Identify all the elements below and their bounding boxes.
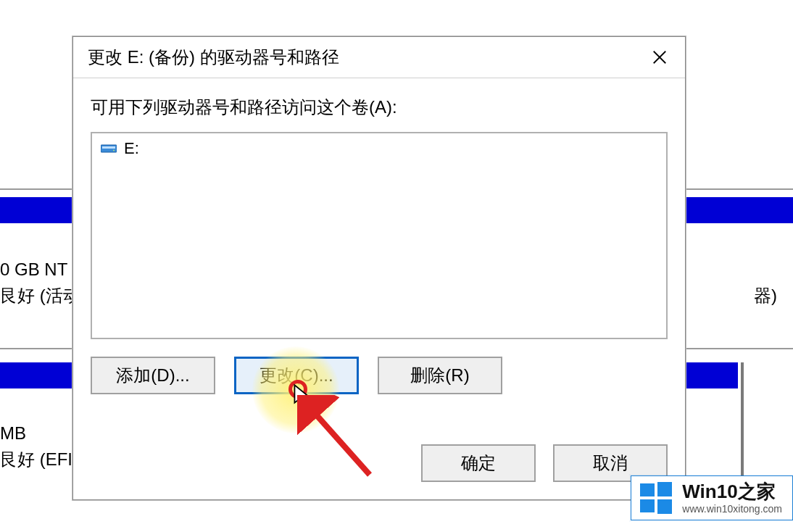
bg-blue-band-2-left [0, 362, 72, 388]
change-button[interactable]: 更改(C)... [234, 357, 359, 394]
bg-blue-band-1-right [686, 197, 793, 223]
action-button-row: 添加(D)... 更改(C)... 删除(R) [91, 357, 668, 394]
watermark-text: Win10之家 www.win10xitong.com [682, 481, 782, 515]
bg-label-1a: 0 GB NT [0, 259, 67, 280]
change-drive-letter-dialog: 更改 E: (备份) 的驱动器号和路径 可用下列驱动器号和路径访问这个卷(A):… [72, 36, 686, 500]
close-icon [652, 49, 668, 65]
svg-rect-6 [640, 483, 655, 496]
watermark-url: www.win10xitong.com [682, 504, 782, 515]
ok-button[interactable]: 确定 [421, 444, 536, 482]
dialog-body: 可用下列驱动器号和路径访问这个卷(A): E: 添加(D)... 更改(C)..… [73, 78, 685, 394]
dialog-title: 更改 E: (备份) 的驱动器号和路径 [88, 46, 339, 69]
cancel-button-label: 取消 [593, 452, 628, 475]
ok-button-label: 确定 [461, 452, 496, 475]
bg-blue-band-1-left [0, 197, 72, 223]
svg-rect-8 [640, 499, 655, 512]
drive-path-item[interactable]: E: [98, 138, 660, 159]
drive-paths-listbox[interactable]: E: [91, 132, 668, 339]
drive-path-label: E: [124, 139, 139, 158]
bg-label-1b: 艮好 (活动 [0, 284, 80, 307]
bg-label-2a: MB [0, 423, 26, 444]
windows-logo-icon [639, 481, 673, 515]
svg-rect-9 [657, 499, 672, 514]
svg-point-4 [113, 150, 115, 151]
watermark-title: Win10之家 [682, 481, 782, 502]
remove-button-label: 删除(R) [410, 364, 469, 387]
instruction-label: 可用下列驱动器号和路径访问这个卷(A): [91, 96, 668, 119]
svg-rect-7 [657, 482, 672, 496]
drive-icon [101, 144, 117, 154]
bg-label-right1: 器) [754, 284, 777, 307]
bg-blue-band-2-right [686, 362, 738, 388]
add-button[interactable]: 添加(D)... [91, 357, 215, 394]
close-button[interactable] [634, 37, 685, 78]
add-button-label: 添加(D)... [116, 364, 189, 387]
change-button-label: 更改(C)... [260, 364, 333, 387]
watermark: Win10之家 www.win10xitong.com [631, 475, 793, 520]
remove-button[interactable]: 删除(R) [378, 357, 502, 394]
dialog-titlebar: 更改 E: (备份) 的驱动器号和路径 [73, 37, 685, 78]
svg-rect-3 [102, 146, 115, 149]
